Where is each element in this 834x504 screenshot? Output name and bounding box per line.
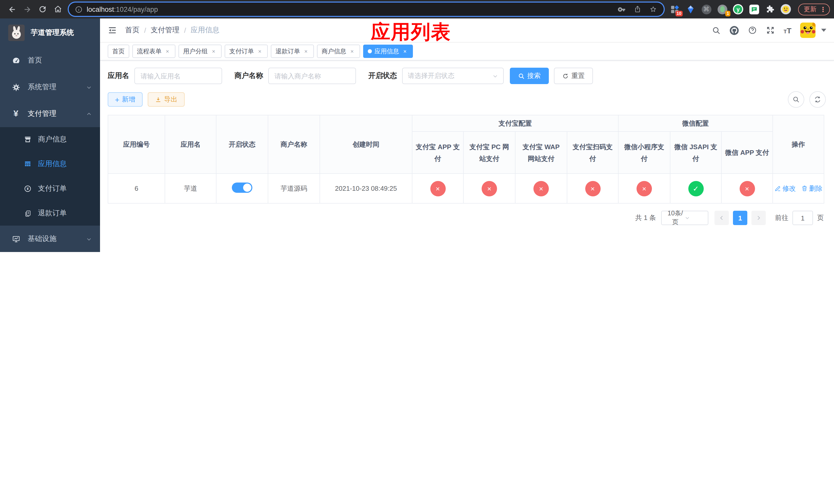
sidebar-item-refund-orders[interactable]: 退款订单 [0, 201, 100, 226]
cross-status-icon: × [585, 181, 600, 197]
sidebar-item-system[interactable]: 系统管理 [0, 74, 100, 100]
cross-status-icon: × [533, 181, 549, 197]
app-name-input[interactable] [134, 68, 222, 84]
search-form: 应用名 商户名称 开启状态 请选择开启状态 搜索 [108, 68, 826, 84]
documents-icon [24, 209, 32, 217]
search-icon[interactable] [712, 26, 720, 35]
sidebar-item-infrastructure[interactable]: 基础设施 [0, 226, 100, 252]
sidebar-item-merchant-info[interactable]: 商户信息 [0, 127, 100, 152]
browser-toolbar: localhost:1024/pay/app 10 ⌘ [0, 0, 834, 19]
close-icon[interactable]: × [402, 48, 408, 54]
close-icon[interactable]: × [257, 48, 263, 54]
close-icon[interactable]: × [210, 48, 217, 54]
chrome-update-button[interactable]: 更新 ⋮ [798, 3, 830, 15]
extension-yuque-icon[interactable]: y [732, 4, 744, 15]
edit-link[interactable]: 修改 [774, 184, 796, 193]
cell-wechat-jsapi: ✓ [670, 174, 721, 204]
breadcrumb-home[interactable]: 首页 [125, 26, 139, 35]
payment-submenu: 商户信息 应用信息 ¥ 支付订单 [0, 127, 100, 226]
chevron-down-icon [492, 73, 498, 79]
caret-down-icon[interactable] [821, 29, 826, 32]
col-alipay-pc: 支付宝 PC 网站支付 [463, 132, 515, 174]
goto-label: 前往 [775, 213, 788, 223]
delete-link[interactable]: 删除 [801, 184, 822, 193]
profile-avatar-icon[interactable] [780, 4, 791, 15]
group-alipay-config: 支付宝配置 [412, 115, 618, 132]
tab-refund-orders[interactable]: 退款订单× [271, 45, 314, 58]
app-title: 芋道管理系统 [31, 28, 74, 38]
status-label: 开启状态 [368, 71, 397, 81]
tab-pay-orders[interactable]: 支付订单× [225, 45, 268, 58]
browser-reload-icon[interactable] [35, 2, 50, 17]
next-page-button[interactable] [751, 211, 766, 225]
close-icon[interactable]: × [164, 48, 171, 54]
app-logo[interactable]: 芋道管理系统 [0, 19, 100, 47]
reset-button[interactable]: 重置 [554, 68, 593, 84]
help-icon[interactable] [748, 26, 757, 35]
browser-back-icon[interactable] [4, 2, 20, 17]
share-icon[interactable] [633, 5, 642, 13]
shop-icon [24, 135, 32, 143]
chevron-down-icon [86, 84, 92, 90]
tab-process-form[interactable]: 流程表单× [132, 45, 175, 58]
breadcrumb-payment[interactable]: 支付管理 [151, 26, 179, 35]
chevron-down-icon [86, 236, 92, 242]
toggle-search-button[interactable] [788, 91, 804, 108]
goto-page-input[interactable] [792, 211, 813, 225]
extension-chat-icon[interactable] [748, 4, 760, 15]
export-button[interactable]: 导出 [148, 92, 185, 107]
cell-merchant: 芋道源码 [268, 174, 320, 204]
svg-text:¥: ¥ [27, 187, 29, 191]
address-bar[interactable]: localhost:1024/pay/app [69, 3, 664, 16]
fullscreen-icon[interactable] [766, 26, 775, 35]
refresh-table-button[interactable] [809, 91, 826, 108]
monitor-icon [11, 234, 21, 243]
close-icon[interactable]: × [303, 48, 309, 54]
sidebar-item-home[interactable]: 首页 [0, 47, 100, 74]
tab-app-info[interactable]: 应用信息× [363, 45, 413, 58]
extension-cmd-icon[interactable]: ⌘ [701, 4, 712, 15]
tab-user-group[interactable]: 用户分组× [178, 45, 222, 58]
browser-home-icon[interactable] [50, 2, 66, 17]
extension-grid-icon[interactable]: 10 [669, 4, 680, 15]
col-alipay-app: 支付宝 APP 支付 [412, 132, 463, 174]
status-select[interactable]: 请选择开启状态 [402, 68, 504, 84]
logo-image [8, 25, 25, 41]
browser-menu-icon[interactable]: ⋮ [820, 5, 826, 13]
sidebar-fold-icon[interactable] [108, 26, 117, 35]
sidebar-item-pay-orders[interactable]: ¥ 支付订单 [0, 176, 100, 201]
extension-gem-icon[interactable] [685, 4, 696, 15]
page-title-annotation: 应用列表 [371, 19, 451, 45]
extensions-puzzle-icon[interactable] [764, 4, 775, 15]
yen-icon: ¥ [11, 109, 21, 119]
sidebar-item-app-info[interactable]: 应用信息 [0, 152, 100, 176]
active-dot [368, 49, 372, 53]
add-button[interactable]: + 新增 [108, 92, 142, 107]
font-size-icon[interactable]: TT [784, 26, 791, 34]
password-key-icon[interactable] [618, 5, 626, 14]
close-icon[interactable]: × [349, 48, 355, 54]
page-number-button[interactable]: 1 [733, 211, 747, 225]
cross-status-icon: × [739, 181, 755, 197]
cell-app-name: 芋道 [165, 174, 216, 204]
merchant-name-input[interactable] [268, 68, 356, 84]
site-info-icon[interactable] [75, 5, 83, 13]
extension-badge: 10 [675, 10, 683, 17]
page-size-select[interactable]: 10条/页 [661, 211, 708, 225]
browser-forward-icon[interactable] [20, 2, 35, 17]
main-area: 首页 / 支付管理 / 应用信息 应用列表 [100, 19, 834, 252]
github-icon[interactable] [729, 25, 739, 35]
col-app-id: 应用编号 [108, 115, 165, 174]
user-avatar[interactable] [800, 23, 815, 38]
sidebar-item-payment[interactable]: ¥ 支付管理 [0, 100, 100, 127]
tags-view: 首页 流程表单× 用户分组× 支付订单× 退款订单× 商户信息× 应用信息× [100, 43, 834, 61]
total-count: 共 1 条 [635, 213, 656, 223]
prev-page-button[interactable] [715, 211, 729, 225]
bookmark-star-icon[interactable] [649, 5, 658, 14]
extension-record-icon[interactable]: 1 [717, 4, 728, 15]
tab-home[interactable]: 首页 [108, 45, 129, 58]
tab-merchant-info[interactable]: 商户信息× [317, 45, 360, 58]
table-toolbar: + 新增 导出 [108, 91, 826, 108]
status-toggle[interactable] [232, 183, 253, 193]
search-button[interactable]: 搜索 [510, 68, 549, 84]
